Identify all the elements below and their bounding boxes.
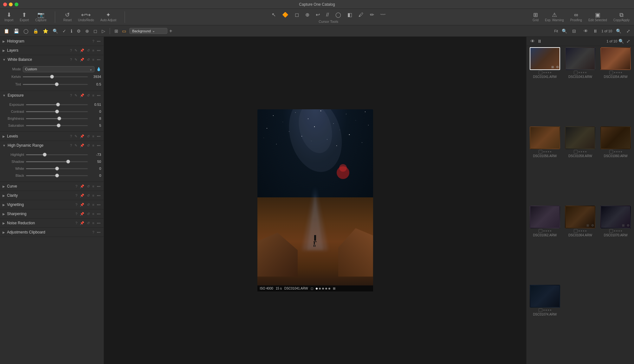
film-item-1[interactable]: DSC01043.ARW xyxy=(563,47,598,125)
film-checkbox-0[interactable] xyxy=(539,71,542,74)
cursor-tool-5[interactable]: ↩ xyxy=(314,10,321,19)
hdr-header[interactable]: ▼ High Dynamic Range ? ✎ 📌 ↺ ≡ ••• xyxy=(0,141,104,150)
auto-adjust-button[interactable]: ✦ Auto Adjust xyxy=(99,11,119,23)
film-checkbox-2[interactable] xyxy=(609,71,613,74)
levels-help-icon[interactable]: ? xyxy=(69,134,73,139)
contrast-slider[interactable] xyxy=(26,111,88,112)
main-image[interactable] xyxy=(257,109,373,285)
small-tool-6[interactable]: 🔍 xyxy=(51,28,59,34)
cursor-tool-8[interactable]: ◧ xyxy=(346,10,353,19)
levels-reset-icon[interactable]: ↺ xyxy=(86,134,90,139)
white-slider[interactable] xyxy=(26,168,88,169)
white-balance-header[interactable]: ▼ White Balance ? ✎ 📌 ↺ ≡ ••• xyxy=(0,55,104,64)
import-button[interactable]: ⬇ Import xyxy=(3,11,15,23)
clarity-reset-icon[interactable]: ↺ xyxy=(86,193,90,198)
cursor-tool-11[interactable]: 〰 xyxy=(379,11,387,19)
layer-dropdown[interactable]: Background ⌄ xyxy=(129,28,167,34)
minimize-button[interactable] xyxy=(9,3,13,6)
exp-edit-icon[interactable]: ✎ xyxy=(74,93,78,98)
clarity-more-icon[interactable]: ••• xyxy=(96,193,101,198)
cursor-tool-4[interactable]: ⊕ xyxy=(304,10,311,19)
levels-list-icon[interactable]: ≡ xyxy=(92,134,95,139)
noise-help-icon[interactable]: ? xyxy=(75,220,78,226)
curve-header[interactable]: ▶ Curve ? 📌 ↺ ≡ ••• xyxy=(0,182,104,191)
film-item-7[interactable]: ⚙⊞DSC01064.ARW xyxy=(563,206,598,284)
cursor-tool-1[interactable]: ↖ xyxy=(270,10,277,19)
brightness-thumb[interactable] xyxy=(57,117,61,120)
vignetting-more-icon[interactable]: ••• xyxy=(96,202,101,207)
film-thumb-2[interactable] xyxy=(600,47,631,70)
zoom-bar-icon[interactable]: ⊟ xyxy=(571,28,577,34)
exposure-slider[interactable] xyxy=(26,104,88,105)
small-tool-7[interactable]: ✓ xyxy=(61,28,68,34)
film-checkbox-1[interactable] xyxy=(574,71,578,74)
adjustments-header[interactable]: ▶ Adjustments Clipboard ? ••• xyxy=(0,228,104,237)
export-button[interactable]: ⬆ Export xyxy=(18,11,31,23)
hdr-more-icon[interactable]: ••• xyxy=(96,143,101,148)
histogram-help-icon[interactable]: ? xyxy=(92,39,95,44)
levels-more-icon[interactable]: ••• xyxy=(96,134,101,139)
zoom-search-icon[interactable]: 🔍 xyxy=(560,28,568,34)
layers-pin-icon[interactable]: 📌 xyxy=(79,48,85,53)
caption-expand-icon[interactable]: ⊞ xyxy=(333,287,335,290)
film-thumb-3[interactable] xyxy=(530,126,560,149)
highlight-slider[interactable] xyxy=(26,154,88,155)
add-layer-button[interactable]: + xyxy=(169,28,172,34)
hdr-help-icon[interactable]: ? xyxy=(69,143,73,148)
film-item-8[interactable]: ⚙⊞DSC01070.ARW xyxy=(598,206,633,284)
curve-help-icon[interactable]: ? xyxy=(75,184,78,189)
film-thumb-8[interactable]: ⚙⊞ xyxy=(600,206,631,228)
film-checkbox-3[interactable] xyxy=(539,150,542,154)
clarity-list-icon[interactable]: ≡ xyxy=(92,193,95,198)
film-checkbox-7[interactable] xyxy=(574,229,578,233)
exposure-thumb[interactable] xyxy=(56,103,60,106)
small-tool-8[interactable]: ℹ xyxy=(69,28,74,34)
noise-reset-icon[interactable]: ↺ xyxy=(86,220,90,226)
sharpening-reset-icon[interactable]: ↺ xyxy=(86,211,90,217)
histogram-more-icon[interactable]: ••• xyxy=(96,39,101,44)
clarity-help-icon[interactable]: ? xyxy=(75,193,78,198)
small-tool-5[interactable]: ⭐ xyxy=(42,28,49,34)
grid-view-btn[interactable]: ⊞ xyxy=(113,28,120,34)
film-item-2[interactable]: DSC01054.ARW xyxy=(598,47,633,125)
adj-more-icon[interactable]: ••• xyxy=(96,230,101,235)
curve-list-icon[interactable]: ≡ xyxy=(92,184,95,189)
sharpening-more-icon[interactable]: ••• xyxy=(96,211,101,216)
film-checkbox-4[interactable] xyxy=(574,150,578,154)
maximize-button[interactable] xyxy=(15,3,18,6)
sharpening-header[interactable]: ▶ Sharpening ? 📌 ↺ ≡ ••• xyxy=(0,209,104,218)
layers-list-icon[interactable]: ≡ xyxy=(92,48,95,53)
edit-selected-button[interactable]: ▣ Edit Selected xyxy=(586,11,609,23)
search-icon[interactable]: 🔍 xyxy=(615,28,623,34)
clarity-header[interactable]: ▶ Clarity ? 📌 ↺ ≡ ••• xyxy=(0,191,104,200)
brightness-slider[interactable] xyxy=(26,118,88,119)
saturation-thumb[interactable] xyxy=(57,124,61,127)
close-button[interactable] xyxy=(3,3,7,6)
levels-pin-icon[interactable]: 📌 xyxy=(79,134,85,139)
noise-reduction-header[interactable]: ▶ Noise Reduction ? 📌 ↺ ≡ ••• xyxy=(0,219,104,227)
eye-icon[interactable]: 👁 xyxy=(582,28,589,34)
cursor-tool-7[interactable]: ◯ xyxy=(334,10,342,19)
film-thumb-9[interactable] xyxy=(530,285,560,308)
single-view-btn[interactable]: ▭ xyxy=(121,28,127,34)
wb-help-icon[interactable]: ? xyxy=(69,57,73,62)
black-thumb[interactable] xyxy=(55,174,59,177)
wb-edit-icon[interactable]: ✎ xyxy=(74,57,78,62)
film-checkbox-8[interactable] xyxy=(609,229,613,233)
wb-reset-icon[interactable]: ↺ xyxy=(86,57,90,62)
sharpening-help-icon[interactable]: ? xyxy=(75,211,78,216)
exp-warning-button[interactable]: ⚠ Exp. Warning xyxy=(543,11,566,23)
tint-slider[interactable] xyxy=(23,84,88,85)
capture-button[interactable]: 📷 Capture xyxy=(33,11,49,23)
exp-list-icon[interactable]: ≡ xyxy=(92,93,95,98)
sharpening-pin-icon[interactable]: 📌 xyxy=(79,211,85,217)
curve-more-icon[interactable]: ••• xyxy=(96,184,101,189)
hdr-edit-icon[interactable]: ✎ xyxy=(74,143,78,148)
expand-right-icon[interactable]: ⤢ xyxy=(625,38,631,44)
levels-header[interactable]: ▶ Levels ? ✎ 📌 ↺ ≡ ••• xyxy=(0,132,104,141)
vignetting-header[interactable]: ▶ Vignetting ? 📌 ↺ ≡ ••• xyxy=(0,200,104,209)
kelvin-slider[interactable] xyxy=(23,76,88,77)
clarity-pin-icon[interactable]: 📌 xyxy=(79,193,85,198)
layers-header[interactable]: ▶ Layers ? ✎ 📌 ↺ ≡ ••• xyxy=(0,46,104,55)
exp-more-icon[interactable]: ••• xyxy=(96,93,101,98)
